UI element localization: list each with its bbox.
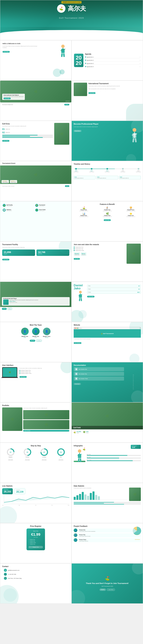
review-3: 👤 Person Three ★★★★★ Lorem ipsum dolor s… bbox=[74, 538, 141, 542]
slide-step-by-step: Step by Step 01 Register 02 Practice 03 … bbox=[0, 443, 72, 483]
join-title: Join now and claim the rewards bbox=[74, 244, 125, 246]
agenda-title: Agenda bbox=[85, 53, 140, 55]
slide-meet-team: Meet The Team 👤 Member One Golfer 👤 Memb… bbox=[0, 322, 72, 362]
timeline-item-1: 2016 Lorem ipsum bbox=[74, 168, 79, 172]
data-stat-title: Data Statistic bbox=[74, 485, 141, 487]
daniel-profile-btn[interactable]: View Profile bbox=[87, 296, 94, 298]
golf-field-title: Golf field bbox=[73, 427, 141, 428]
golf-area-btn[interactable]: Learn More bbox=[2, 140, 10, 142]
thank-learn-btn[interactable]: Learn More bbox=[107, 588, 115, 591]
feat-benefit-5: 🌿 Feature Five Lorem ipsum dolor sit bbox=[97, 212, 117, 217]
portfolio-title: Portfolio bbox=[2, 404, 69, 406]
feat-benefit-3: 🏆 Feature Three Lorem ipsum dolor sit bbox=[121, 206, 141, 212]
step-2: 02 Practice bbox=[24, 448, 31, 458]
thank-register-btn[interactable]: Register bbox=[99, 588, 106, 591]
golf-area-title: Golf Area bbox=[2, 123, 53, 125]
daniel-stat-1: Wins 24 bbox=[87, 285, 141, 287]
golf-field-stat-2: 🌿 121 Fields bbox=[83, 431, 89, 434]
pro-player-btn[interactable]: Profile bbox=[2, 308, 7, 310]
intl-golf-title: International Golf Match bbox=[4, 94, 24, 96]
bar-1 bbox=[74, 497, 76, 500]
bar-9 bbox=[95, 495, 97, 500]
watermark: 宽兔网 WWW.KUANTU.COM bbox=[61, 1, 82, 4]
intl-golf-btn[interactable]: Learn More bbox=[4, 98, 11, 99]
bar-2 bbox=[76, 495, 78, 500]
infographic-bar-3: Item Three bbox=[87, 459, 141, 461]
timeline-item-3: 2018 Lorem ipsum bbox=[105, 168, 110, 172]
doc-download-btn[interactable]: Download bbox=[74, 383, 81, 385]
price-title: Price Register bbox=[2, 525, 69, 527]
feat-item-d: 🌿 Green Fields Lorem ipsum bbox=[35, 208, 67, 212]
feat-item-c: 📊 Statistics Lorem ipsum bbox=[3, 208, 34, 212]
intl-tournament-btn[interactable]: Read More bbox=[88, 92, 95, 94]
steps-title: Step by Step bbox=[2, 445, 69, 447]
timeline-item-2: 2017 Lorem ipsum bbox=[89, 168, 94, 172]
slide-intl-tournament: International Tournament Lorem ipsum dol… bbox=[72, 80, 143, 121]
agenda-item-2: Agenda item 2 — bbox=[85, 59, 140, 62]
tournament-event-btn[interactable]: More bbox=[65, 185, 69, 187]
line-stat-title: Line Statistic bbox=[2, 485, 69, 487]
slide-portfolio: Portfolio Lorem ipsum dolor sit amet con… bbox=[0, 402, 72, 443]
become-pro-btn[interactable]: Read More bbox=[74, 130, 81, 132]
slide-data-statistic: Data Statistic Lorem ipsum dolor sit ame… bbox=[72, 483, 143, 523]
bar-8 bbox=[92, 492, 94, 500]
step-4: 04 Win bbox=[57, 448, 65, 458]
year-bottom: 20 bbox=[76, 60, 82, 66]
feat-benefit-1: ⛳ Feature One Lorem ipsum dolor sit bbox=[74, 206, 94, 212]
slide-agenda: 20 20 Agenda Agenda item 1 — Agenda item… bbox=[72, 40, 143, 80]
infographic-bar-2: Item Two bbox=[87, 456, 141, 458]
infographic-bar-1: Item One bbox=[87, 454, 141, 456]
slide-infographic: Infographic ⛳ bbox=[72, 443, 143, 483]
cover-subtitle: Golf Tournament 2020 bbox=[0, 17, 143, 19]
slide-daniel-jako: Daniel Jako Wins bbox=[72, 282, 143, 322]
slide-become-pro: Become Professional Player Lorem ipsum d… bbox=[72, 121, 143, 161]
hello-learn-more-btn[interactable]: Learn More bbox=[3, 51, 10, 53]
bar-6 bbox=[87, 496, 89, 500]
website-visit-btn[interactable]: Visit Website bbox=[74, 342, 81, 344]
step-3: 03 Compete bbox=[41, 448, 48, 458]
review-2: 👤 Person Two ★★★★☆ Lorem ipsum dolor sit… bbox=[74, 533, 141, 537]
slide-price-register: Price Register Basic Plan €1.99 per mont… bbox=[0, 523, 72, 563]
features-more-btn[interactable]: Learn More bbox=[104, 219, 111, 221]
slide-tournament-event: Tournament Event ★★★★★ Event Rating ★★★★… bbox=[0, 161, 72, 201]
doc-item-1: 📄 Doc Section One bbox=[74, 367, 124, 371]
pro-player-title: Professional Golf Player bbox=[3, 298, 68, 299]
agenda-item-4: Agenda item 4 — bbox=[85, 66, 140, 68]
join-btn[interactable]: Join Now bbox=[74, 258, 80, 260]
pro-player-stats-btn[interactable]: Stats bbox=[7, 308, 12, 310]
daniel-stat-3: Score 68.5 bbox=[87, 291, 141, 294]
bar-7 bbox=[90, 493, 92, 500]
slide-website: Website golo.cc ⛳ Golf Tournament Lorem … bbox=[72, 322, 143, 362]
intl-golf-details-btn[interactable]: Details bbox=[64, 104, 69, 106]
team-contact-btn[interactable]: Contact bbox=[36, 340, 42, 342]
slide-line-statistic: Line Statistic Total Value 28,153 Compar… bbox=[0, 483, 72, 523]
slide-people-feedback: People Feedback 👤 Person One ★★★★★ Lorem… bbox=[72, 523, 143, 563]
feedback-title: People Feedback bbox=[74, 525, 141, 527]
agenda-item-3: Agenda item 3 — bbox=[85, 62, 140, 65]
slide-decoration-6a: ⛳ Golf Facility Lorem ipsum 🏆 Tournament… bbox=[0, 201, 72, 242]
become-pro-title: Become Professional Player bbox=[74, 123, 111, 125]
price-register-btn[interactable]: Register Now bbox=[29, 546, 43, 548]
hello-text: Lorem ipsum dolor sit amet consectetur a… bbox=[3, 46, 39, 48]
portfolio-view-btn[interactable]: View Portfolio bbox=[23, 430, 69, 432]
slide-hello: Hello & Welcome to Golo Lorem ipsum dolo… bbox=[0, 40, 72, 80]
feat-item-a: ⛳ Golf Facility Lorem ipsum bbox=[3, 204, 34, 207]
slide-tournament-facility: Tournament Facility Lorem ipsum dolor si… bbox=[0, 242, 72, 282]
daniel-name-first: Daniel Jako bbox=[74, 284, 85, 290]
cover-title-cn: 高尔夫 bbox=[68, 4, 86, 13]
team-view-btn[interactable]: View All bbox=[30, 340, 35, 342]
facility-btn[interactable]: Learn More bbox=[2, 259, 10, 260]
timeline-item-4: 2019 Lorem ipsum bbox=[120, 168, 125, 172]
slide-contact: Contact ✉ golf@tournament.com 📞 +1 234 5… bbox=[0, 563, 72, 604]
review-1: 👤 Person One ★★★★★ Lorem ipsum dolor sit… bbox=[74, 528, 141, 532]
ui-demo-btn[interactable]: View Demo bbox=[20, 376, 27, 378]
contact-email: ✉ golf@tournament.com bbox=[4, 569, 69, 572]
slide-golf-field: Golf field ⛳ 21,531 Holes 🌿 121 Fields bbox=[72, 402, 143, 443]
slide-golf-area: Golf Area Lorem ipsum dolor sit amet con… bbox=[0, 121, 72, 161]
thank-you-title: Thank You and Don't Forget to Join Tourn… bbox=[86, 582, 128, 584]
timeline-item-5: 2020 Lorem ipsum bbox=[136, 168, 141, 172]
slide-timeline: Timeline and History 2016 Lorem ipsum 20… bbox=[72, 161, 143, 201]
contact-title: Contact bbox=[2, 566, 69, 568]
daniel-stat-2: Rank #3 bbox=[87, 288, 141, 290]
hello-title: Hello & Welcome to Golo bbox=[3, 43, 39, 44]
